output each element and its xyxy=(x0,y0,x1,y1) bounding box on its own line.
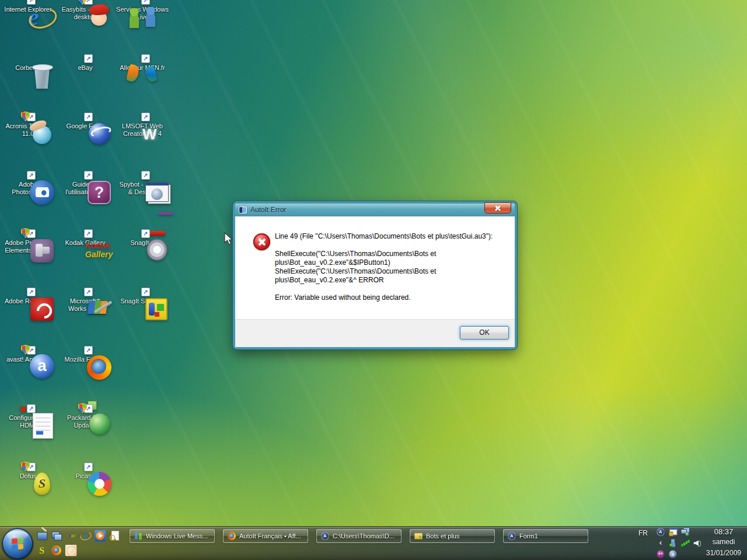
quick-launch-row-2 xyxy=(36,544,124,556)
switch-windows-icon xyxy=(51,530,62,541)
messenger-status-icon[interactable] xyxy=(668,538,678,548)
taskbar-button[interactable]: Form1 xyxy=(503,529,588,543)
desktop-icon[interactable]: Corbeille xyxy=(0,62,56,72)
network-icon xyxy=(680,527,690,537)
guide-icon xyxy=(88,181,111,204)
desktop-icon[interactable]: ↗Picasa xyxy=(57,470,113,480)
desktop-icon[interactable]: ↗eBay xyxy=(57,62,113,72)
taskbar-button[interactable]: Bots et plus xyxy=(410,529,495,543)
show-desktop-icon xyxy=(36,530,47,541)
taskbar-button[interactable]: AutoIt Français • Aff... xyxy=(223,529,308,543)
calendar-icon[interactable] xyxy=(65,545,76,556)
desktop-icon[interactable]: ↗Dofus xyxy=(0,470,56,480)
calendar-icon xyxy=(65,545,76,556)
media-player-icon[interactable] xyxy=(95,530,106,541)
desktop-icon[interactable]: ↗avast! Antivirus xyxy=(0,354,56,363)
signal-strength-icon xyxy=(680,538,690,548)
desktop-icon[interactable]: ↗Google Earth xyxy=(57,120,113,130)
collapse-chevron-icon xyxy=(656,538,665,548)
dofus-s-icon[interactable] xyxy=(36,545,47,556)
security-lock-icon[interactable] xyxy=(668,527,678,537)
dialog-footer: OK xyxy=(235,319,515,347)
switch-windows-icon[interactable] xyxy=(51,530,62,541)
autoit-icon xyxy=(320,531,330,541)
shortcut-arrow-icon: ↗ xyxy=(84,54,93,63)
autoit-icon xyxy=(507,531,516,541)
taskbar-button[interactable]: Windows Live Mess... xyxy=(130,529,215,543)
shortcut-arrow-icon: ↗ xyxy=(84,463,93,471)
shortcut-arrow-icon: ↗ xyxy=(84,229,93,238)
desktop-icon[interactable]: ↗Adobe Photosho... xyxy=(0,178,56,196)
shortcut-arrow-icon: ↗ xyxy=(27,288,36,296)
autoit-icon[interactable] xyxy=(656,527,665,537)
desktop-icon[interactable]: ↗Guide de l'utilisateur (... xyxy=(57,178,113,196)
desktop-icon[interactable]: ↗SnagIt 6 xyxy=(114,237,170,247)
desktop-icon[interactable]: ↗SnagIt Studio 6 xyxy=(114,295,170,305)
taskbar-button-label: C:\Users\Thomas\D... xyxy=(333,533,397,540)
shortcut-arrow-icon: ↗ xyxy=(84,171,93,180)
avast-tray-icon xyxy=(668,550,678,559)
dofus-pet-icon xyxy=(656,550,665,559)
firefox-icon[interactable] xyxy=(51,545,62,556)
start-button[interactable] xyxy=(2,528,33,559)
shortcut-arrow-icon: ↗ xyxy=(141,288,150,296)
quick-launch-bar xyxy=(36,529,124,558)
folder-icon xyxy=(414,531,423,541)
collapse-chevron-icon[interactable] xyxy=(656,538,665,548)
language-indicator[interactable]: FR xyxy=(636,529,650,537)
desktop-icon[interactable]: ↗Services Windows Live xyxy=(114,4,170,21)
desktop-icon[interactable]: ↗LMSOFT Web Creator Pro 4 xyxy=(114,120,170,138)
shortcut-arrow-icon: ↗ xyxy=(141,171,150,180)
ok-button[interactable]: OK xyxy=(460,326,509,340)
firefox-icon xyxy=(51,545,62,556)
desktop-icon[interactable]: ↗Microsoft® Works SE 9 xyxy=(57,295,113,313)
desktop-icon[interactable]: ↗Adobe Reader 8 xyxy=(0,295,56,305)
desktop-icon[interactable]: ↗Internet Explorer xyxy=(0,4,56,13)
search-document-icon[interactable] xyxy=(109,530,120,541)
desktop-icon[interactable]: ↗Spybot - Search & Destroy xyxy=(114,178,170,196)
system-tray xyxy=(656,526,710,559)
windows-live-icon xyxy=(134,531,143,541)
folder-icon xyxy=(414,531,423,541)
shortcut-arrow-icon: ↗ xyxy=(27,404,36,413)
desktop-icon[interactable]: ↗Packard Bell Updator xyxy=(57,412,113,429)
volume-icon xyxy=(693,538,702,548)
ebay-icon[interactable] xyxy=(65,530,76,541)
internet-explorer-icon xyxy=(80,530,91,541)
clock-time: 08:37 xyxy=(703,527,745,537)
dialog-body: Line 49 (File "C:\Users\Thomas\Documents… xyxy=(235,216,515,319)
desktop-icon[interactable]: ↗Easybits - Magic desktop xyxy=(57,4,113,21)
desktop-icon[interactable]: ↗Mozilla Firefox xyxy=(57,354,113,363)
shortcut-arrow-icon: ↗ xyxy=(84,113,93,121)
taskbar-button[interactable]: C:\Users\Thomas\D... xyxy=(316,529,402,543)
taskbar-clock[interactable]: 08:37 samedi 31/01/2009 xyxy=(703,527,745,559)
shortcut-arrow-icon: ↗ xyxy=(141,0,150,5)
security-lock-icon xyxy=(668,527,678,537)
signal-strength-icon[interactable] xyxy=(680,538,690,548)
shortcut-arrow-icon: ↗ xyxy=(141,54,150,63)
network-icon[interactable] xyxy=(680,527,690,537)
dofus-pet-icon[interactable] xyxy=(656,550,665,559)
close-button[interactable] xyxy=(484,202,511,214)
error-message: Line 49 (File "C:\Users\Thomas\Documents… xyxy=(275,232,505,302)
windows-logo-icon xyxy=(12,537,23,550)
volume-icon[interactable] xyxy=(693,538,702,548)
desktop-icon[interactable]: ↗Kodak Gallery xyxy=(57,237,113,247)
search-document-icon xyxy=(109,530,120,541)
firefox-icon xyxy=(227,531,236,541)
error-icon xyxy=(253,233,270,250)
dialog-title-bar[interactable]: AutoIt Error xyxy=(235,204,515,216)
taskbar-button-label: Bots et plus xyxy=(426,533,491,540)
desktop-icon[interactable]: ↗Aller sur MSN.fr xyxy=(114,62,170,72)
quick-launch-row-1 xyxy=(36,529,124,542)
avast-tray-icon[interactable] xyxy=(668,550,678,559)
shortcut-arrow-icon: ↗ xyxy=(84,346,93,355)
internet-explorer-icon[interactable] xyxy=(80,530,91,541)
messenger-status-icon xyxy=(668,538,678,548)
desktop-icon[interactable]: ↗Configuration HDMI xyxy=(0,412,56,429)
desktop-icon[interactable]: ↗Adobe Premiere Elements - Ins... xyxy=(0,237,56,254)
show-desktop-icon[interactable] xyxy=(36,530,47,541)
shortcut-arrow-icon: ↗ xyxy=(84,288,93,296)
taskbar-button-label: Windows Live Mess... xyxy=(146,533,211,540)
desktop-icon[interactable]: ↗Acronis True I... 11.0 xyxy=(0,120,56,138)
